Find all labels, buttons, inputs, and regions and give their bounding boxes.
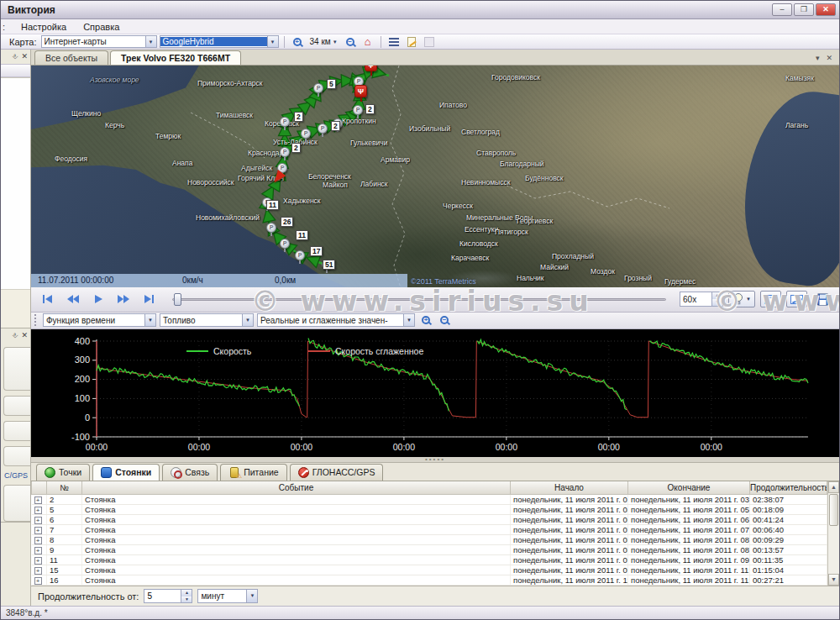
- expand-icon[interactable]: +: [34, 537, 42, 544]
- scroll-up-icon[interactable]: ▲: [828, 481, 839, 493]
- chevron-down-icon[interactable]: ▼: [267, 36, 278, 47]
- duration-spinner[interactable]: ▲▼: [144, 589, 192, 603]
- menu-item-1[interactable]: Справка: [75, 20, 128, 34]
- waypoint-marker[interactable]: P: [280, 117, 290, 127]
- document-tab-0[interactable]: Все объекты: [34, 50, 108, 65]
- table-row[interactable]: +5Стоянкапонедельник, 11 июля 2011 г. 04…: [32, 505, 827, 515]
- expand-icon[interactable]: +: [34, 507, 42, 514]
- chart-zoom-out-button[interactable]: −: [437, 313, 452, 327]
- expand-icon[interactable]: +: [34, 527, 42, 534]
- chevron-down-icon[interactable]: ▼: [403, 314, 414, 326]
- column-header-1[interactable]: №: [47, 481, 82, 495]
- edit-notes-button[interactable]: [404, 35, 419, 49]
- lamp-dropdown-button[interactable]: ▼: [728, 291, 755, 307]
- restore-button[interactable]: ❐: [794, 3, 814, 16]
- play-button[interactable]: [88, 290, 108, 308]
- event-tab-gps[interactable]: ГЛОНАСС/GPS: [290, 464, 384, 481]
- expand-icon[interactable]: +: [34, 577, 42, 585]
- waypoint-marker[interactable]: P: [280, 239, 290, 249]
- close-button[interactable]: ✕: [816, 3, 836, 16]
- waypoint-marker[interactable]: P: [318, 123, 328, 134]
- chart-parameter-combobox[interactable]: Топливо ▼: [160, 313, 254, 327]
- chart-mode-combobox[interactable]: Функция времени ▼: [43, 313, 156, 327]
- show-whole-track-button[interactable]: ⌂: [360, 35, 375, 49]
- skip-to-end-button[interactable]: [139, 290, 159, 308]
- waypoint-marker[interactable]: P: [280, 147, 290, 157]
- chart-zoom-in-button[interactable]: +: [418, 313, 433, 327]
- column-header-5[interactable]: Продолжительность: [750, 481, 827, 495]
- fast-forward-button[interactable]: [113, 290, 134, 308]
- spin-up-icon[interactable]: ▲: [181, 590, 192, 596]
- waypoint-marker[interactable]: P: [313, 83, 323, 93]
- scrollbar-thumb[interactable]: [829, 494, 838, 526]
- horizontal-splitter[interactable]: •••••: [31, 457, 839, 463]
- waypoint-marker[interactable]: P: [266, 223, 276, 233]
- map-view[interactable]: Азовское мореПриморско-АхтарскГородовико…: [31, 66, 839, 287]
- chevron-down-icon[interactable]: ▼: [144, 314, 155, 326]
- scroll-down-icon[interactable]: ▼: [828, 574, 839, 586]
- table-row[interactable]: +6Стоянкапонедельник, 11 июля 2011 г. 06…: [32, 515, 827, 525]
- events-table[interactable]: №СобытиеНачалоОкончаниеПродолжительность…: [31, 481, 827, 586]
- save-button[interactable]: [812, 290, 832, 308]
- close-icon[interactable]: ✕: [21, 331, 28, 339]
- finish-marker[interactable]: Ψ: [365, 66, 377, 71]
- chart-values-combobox[interactable]: Реальные и сглаженные значен- ▼: [257, 313, 415, 327]
- table-row[interactable]: +2Стоянкапонедельник, 11 июля 2011 г. 01…: [32, 495, 827, 505]
- table-row[interactable]: +15Стоянкапонедельник, 11 июля 2011 г. 0…: [32, 565, 827, 575]
- finish-marker[interactable]: Ψ: [354, 85, 367, 97]
- column-header-4[interactable]: Окончание: [628, 481, 750, 495]
- pin-icon[interactable]: ⎀: [12, 331, 18, 340]
- chevron-down-icon[interactable]: ▼: [145, 36, 156, 47]
- zoom-out-button[interactable]: −: [343, 35, 358, 49]
- waypoint-marker[interactable]: P: [295, 250, 305, 260]
- column-header-3[interactable]: Начало: [511, 481, 628, 495]
- waypoint-marker[interactable]: P: [353, 105, 363, 115]
- event-tab-power[interactable]: Питание: [220, 464, 286, 481]
- menu-item-0[interactable]: Настройка: [13, 20, 75, 34]
- spin-down-icon[interactable]: ▼: [181, 596, 192, 603]
- expand-icon[interactable]: +: [34, 547, 42, 554]
- document-tab-1[interactable]: Трек Volvo FE320 Т666МТ: [110, 50, 241, 65]
- expand-icon[interactable]: +: [34, 517, 42, 524]
- table-row[interactable]: +11Стоянкапонедельник, 11 июля 2011 г. 0…: [32, 555, 827, 565]
- svg-text:300: 300: [75, 355, 90, 365]
- tab-scroll-icon[interactable]: ▾: [816, 54, 820, 62]
- table-row[interactable]: +9Стоянкапонедельник, 11 июля 2011 г. 08…: [32, 545, 827, 555]
- skip-to-start-button[interactable]: [38, 290, 58, 308]
- rewind-button[interactable]: [63, 290, 83, 308]
- expand-icon[interactable]: +: [34, 567, 42, 575]
- column-header-2[interactable]: Событие: [82, 481, 511, 495]
- spin-up-icon[interactable]: ▲: [712, 292, 722, 299]
- event-tab-point[interactable]: Точки: [36, 464, 90, 481]
- zoom-in-button[interactable]: +: [290, 35, 305, 49]
- map-scale-dropdown[interactable]: 34 км ▼: [307, 35, 340, 49]
- column-header-0[interactable]: [32, 481, 47, 495]
- spin-down-icon[interactable]: ▼: [712, 299, 722, 306]
- chevron-down-icon[interactable]: ▼: [246, 590, 257, 602]
- table-row[interactable]: +8Стоянкапонедельник, 11 июля 2011 г. 08…: [32, 535, 827, 545]
- expand-icon[interactable]: +: [34, 557, 42, 565]
- slider-thumb[interactable]: [174, 293, 181, 306]
- pin-icon[interactable]: ⎀: [12, 52, 18, 61]
- toggle-map-panel-button[interactable]: [760, 291, 781, 307]
- track-position-slider[interactable]: [172, 290, 666, 308]
- legend-list-button[interactable]: [386, 35, 402, 49]
- chevron-down-icon[interactable]: ▼: [242, 314, 253, 326]
- tab-close-icon[interactable]: ✕: [826, 54, 832, 62]
- minimize-button[interactable]: –: [772, 3, 792, 16]
- event-tab-link[interactable]: Связь: [162, 464, 218, 481]
- duration-input[interactable]: [144, 590, 181, 602]
- close-icon[interactable]: ✕: [21, 52, 28, 60]
- map-source-combobox[interactable]: Интернет-карты ▼: [41, 35, 157, 48]
- waypoint-marker[interactable]: P: [301, 129, 311, 139]
- table-scrollbar[interactable]: ▲ ▼: [827, 481, 839, 586]
- toggle-chart-panel-button[interactable]: [786, 291, 807, 307]
- map-type-combobox[interactable]: GoogleHybrid ▼: [160, 35, 279, 48]
- table-row[interactable]: +7Стоянкапонедельник, 11 июля 2011 г. 07…: [32, 525, 827, 535]
- expand-icon[interactable]: +: [34, 497, 42, 504]
- table-row[interactable]: +16Стоянкапонедельник, 11 июля 2011 г. 1…: [32, 575, 827, 586]
- event-tab-parking[interactable]: Стоянки: [92, 464, 160, 481]
- duration-unit-combobox[interactable]: минут ▼: [197, 589, 258, 603]
- playback-speed-spinner[interactable]: 60x ▲▼: [680, 292, 723, 307]
- speed-chart[interactable]: 4003002001000-10000:0000:0000:0000:0000:…: [31, 329, 839, 457]
